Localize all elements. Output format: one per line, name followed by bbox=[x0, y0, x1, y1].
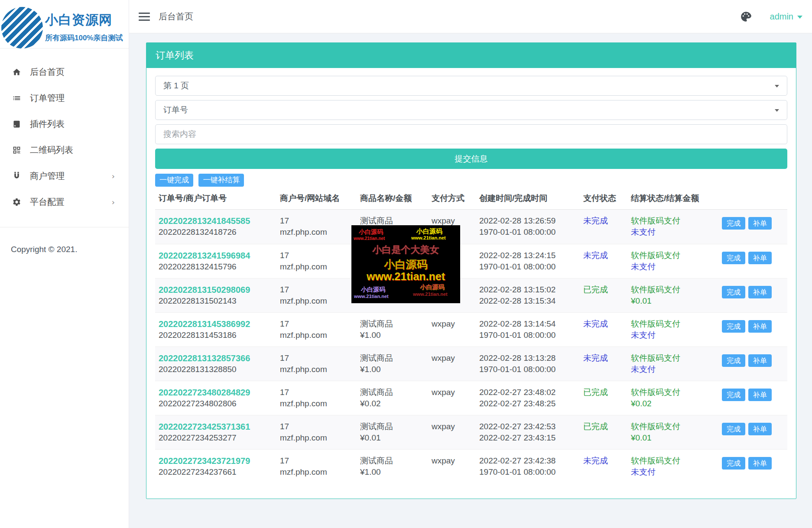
supplement-button[interactable]: 补单 bbox=[748, 389, 772, 401]
site-domain: mzf.php.com bbox=[280, 295, 357, 307]
merchant-id: 17 bbox=[280, 318, 357, 330]
order-number-link[interactable]: 2022022723480284829 bbox=[159, 387, 276, 398]
table-header: 订单号/商户订单号 商户号/网站域名 商品名称/金额 支付方式 创建时间/完成时… bbox=[155, 187, 787, 210]
order-number-link[interactable]: 2022022723425371361 bbox=[159, 421, 276, 432]
complete-button[interactable]: 完成 bbox=[722, 286, 745, 298]
order-number-link[interactable]: 2022022813132857366 bbox=[159, 353, 276, 364]
complete-button[interactable]: 完成 bbox=[722, 252, 745, 264]
complete-button[interactable]: 完成 bbox=[722, 423, 745, 435]
settle-status: 软件版码支付 bbox=[631, 215, 718, 227]
field-select-value: 订单号 bbox=[163, 104, 188, 116]
settle-value: 未支付 bbox=[631, 227, 718, 238]
username: admin bbox=[770, 12, 793, 22]
pay-status: 未完成 bbox=[583, 319, 608, 328]
select-caret-icon bbox=[775, 85, 779, 87]
sidebar-item-label: 插件列表 bbox=[30, 118, 65, 130]
settle-status: 软件版码支付 bbox=[631, 455, 718, 466]
settle-value: 未支付 bbox=[631, 261, 718, 272]
pay-method: wxpay bbox=[432, 455, 476, 466]
table-row: 2022022723480284829 20220227234802806 17… bbox=[155, 381, 787, 415]
created-time: 2022-02-27 23:48:02 bbox=[479, 387, 580, 398]
pay-status: 已完成 bbox=[583, 388, 608, 397]
settle-status: 软件版码支付 bbox=[631, 421, 718, 432]
copyright: Copyright © 2021. bbox=[0, 227, 129, 254]
merchant-id: 17 bbox=[280, 421, 357, 432]
merchant-id: 17 bbox=[280, 353, 357, 364]
search-input[interactable]: 搜索内容 bbox=[155, 124, 787, 144]
home-icon bbox=[12, 68, 21, 77]
table-row: 2022022813132857366 20220228131328850 17… bbox=[155, 347, 787, 381]
merchant-order-number: 20220228131502143 bbox=[159, 296, 237, 305]
product-amount: ¥1.00 bbox=[360, 466, 428, 478]
settle-status: 软件版码支付 bbox=[631, 318, 718, 330]
supplement-button[interactable]: 补单 bbox=[748, 423, 772, 435]
pay-method: wxpay bbox=[432, 421, 476, 432]
order-number-link[interactable]: 2022022723423721979 bbox=[159, 455, 276, 466]
table-row: 2022022813241596984 20220228132415796 17… bbox=[155, 244, 787, 278]
merchant-order-number: 20220228131453186 bbox=[159, 330, 237, 340]
sidebar-item-home[interactable]: 后台首页 bbox=[0, 59, 129, 85]
created-time: 2022-02-28 13:15:02 bbox=[479, 284, 580, 295]
merchant-order-number: 20220228131328850 bbox=[159, 365, 237, 374]
supplement-button[interactable]: 补单 bbox=[748, 320, 772, 333]
complete-button[interactable]: 完成 bbox=[722, 320, 745, 333]
complete-all-button[interactable]: 一键完成 bbox=[155, 174, 193, 187]
complete-button[interactable]: 完成 bbox=[722, 217, 745, 230]
submit-button[interactable]: 提交信息 bbox=[155, 149, 787, 169]
merchant-order-number: 20220227234802806 bbox=[159, 399, 237, 408]
site-domain: mzf.php.com bbox=[280, 364, 357, 375]
settle-status: 软件版码支付 bbox=[631, 284, 718, 295]
caret-down-icon bbox=[797, 16, 802, 19]
finished-time: 1970-01-01 08:00:00 bbox=[479, 261, 580, 272]
topbar: 后台首页 admin bbox=[129, 0, 812, 33]
finished-time: 2022-02-27 23:43:15 bbox=[479, 432, 580, 444]
user-menu[interactable]: admin bbox=[770, 12, 802, 22]
complete-button[interactable]: 完成 bbox=[722, 457, 745, 470]
brand-logo-icon bbox=[1, 7, 43, 49]
page-select[interactable]: 第 1 页 bbox=[155, 76, 787, 96]
sidebar-item-label: 平台配置 bbox=[30, 196, 65, 208]
sidebar-item-orders[interactable]: 订单管理 bbox=[0, 85, 129, 111]
field-select[interactable]: 订单号 bbox=[155, 100, 787, 120]
settle-value: 未支付 bbox=[631, 364, 718, 375]
hamburger-menu-icon[interactable] bbox=[139, 13, 150, 21]
supplement-button[interactable]: 补单 bbox=[748, 286, 772, 298]
settle-value: ¥0.02 bbox=[631, 398, 718, 409]
supplement-button[interactable]: 补单 bbox=[748, 354, 772, 367]
supplement-button[interactable]: 补单 bbox=[748, 217, 772, 230]
settle-value: 未支付 bbox=[631, 466, 718, 478]
card-header: 订单列表 bbox=[146, 43, 796, 68]
brand-subtitle: 所有源码100%亲自测试 bbox=[45, 33, 128, 43]
pay-status: 未完成 bbox=[583, 216, 608, 225]
product-name: 测试商品 bbox=[360, 353, 428, 364]
settle-status: 软件版码支付 bbox=[631, 387, 718, 398]
finished-time: 2022-02-27 23:48:25 bbox=[479, 398, 580, 409]
finished-time: 1970-01-01 08:00:00 bbox=[479, 364, 580, 375]
complete-button[interactable]: 完成 bbox=[722, 389, 745, 401]
sidebar-item-qrcodes[interactable]: 二维码列表 bbox=[0, 137, 129, 163]
merchant-id: 17 bbox=[280, 455, 357, 466]
supplement-button[interactable]: 补单 bbox=[748, 252, 772, 264]
magnet-icon bbox=[12, 172, 21, 181]
sidebar-item-merchants[interactable]: 商户管理 › bbox=[0, 163, 129, 189]
complete-button[interactable]: 完成 bbox=[722, 354, 745, 367]
order-number-link[interactable]: 2022022813241845585 bbox=[159, 215, 276, 227]
created-time: 2022-02-28 13:13:28 bbox=[479, 353, 580, 364]
order-number-link[interactable]: 2022022813145386992 bbox=[159, 318, 276, 330]
pay-method: wxpay bbox=[432, 318, 476, 330]
merchant-order-number: 20220227234237661 bbox=[159, 467, 237, 476]
theme-palette-icon[interactable] bbox=[740, 11, 752, 23]
merchant-order-number: 20220228132418726 bbox=[159, 227, 237, 236]
site-domain: mzf.php.com bbox=[280, 432, 357, 444]
settle-all-button[interactable]: 一键补结算 bbox=[198, 174, 244, 187]
finished-time: 2022-02-28 13:15:34 bbox=[479, 295, 580, 307]
order-number-link[interactable]: 2022022813241596984 bbox=[159, 250, 276, 261]
sidebar-item-platform-config[interactable]: 平台配置 › bbox=[0, 189, 129, 215]
table-body: 2022022813241845585 20220228132418726 17… bbox=[155, 210, 787, 483]
supplement-button[interactable]: 补单 bbox=[748, 457, 772, 470]
pay-method: wxpay bbox=[432, 353, 476, 364]
pay-status: 已完成 bbox=[583, 422, 608, 431]
order-number-link[interactable]: 2022022813150298069 bbox=[159, 284, 276, 295]
sidebar-item-label: 后台首页 bbox=[30, 66, 65, 78]
sidebar-item-plugins[interactable]: 插件列表 bbox=[0, 111, 129, 137]
